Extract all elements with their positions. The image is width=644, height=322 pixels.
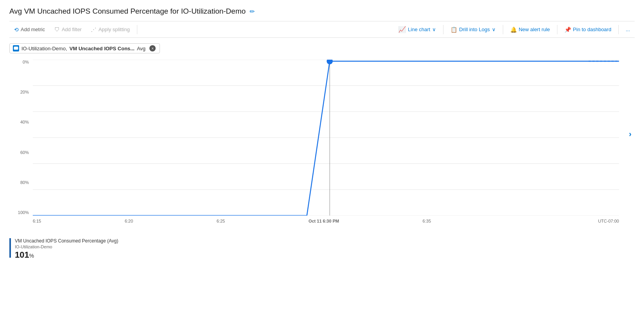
x-axis: 6:15 6:20 6:25 Oct 11 6:30 PM 6:35 UTC-0… <box>33 217 619 231</box>
new-alert-rule-label: New alert rule <box>519 27 550 32</box>
metric-pill: IO-Utilization-Demo, VM Uncached IOPS Co… <box>9 43 160 53</box>
apply-splitting-icon: ⋰ <box>91 27 96 33</box>
legend-color-bar <box>9 238 11 258</box>
chart-svg <box>33 60 619 216</box>
line-chart-button[interactable]: 📈 Line chart ∨ <box>394 24 441 35</box>
y-axis: 100% 80% 60% 40% 20% 0% <box>9 60 32 216</box>
x-label-625: 6:25 <box>216 219 225 223</box>
divider-1 <box>137 25 137 34</box>
chart-dot <box>326 60 333 64</box>
add-filter-icon: ⛉ <box>54 27 60 33</box>
add-metric-icon: ⟲ <box>14 27 19 33</box>
more-label: ... <box>626 27 630 32</box>
legend-value: 101% <box>15 250 118 260</box>
edit-icon[interactable]: ✏ <box>250 8 255 15</box>
drill-logs-chevron: ∨ <box>492 27 496 32</box>
y-label-80: 80% <box>9 180 32 185</box>
y-label-40: 40% <box>9 120 32 124</box>
x-labels: 6:15 6:20 6:25 Oct 11 6:30 PM 6:35 UTC-0… <box>33 219 619 223</box>
x-label-utc: UTC-07:00 <box>598 219 619 223</box>
metric-name: VM Uncached IOPS Cons... <box>69 46 135 51</box>
drill-into-logs-label: Drill into Logs <box>459 27 490 32</box>
legend: VM Uncached IOPS Consumed Percentage (Av… <box>9 235 635 263</box>
metric-close-button[interactable]: × <box>149 45 156 51</box>
drill-into-logs-button[interactable]: 📋 Drill into Logs ∨ <box>446 25 500 35</box>
add-filter-button[interactable]: ⛉ Add filter <box>50 25 86 35</box>
legend-title: VM Uncached IOPS Consumed Percentage (Av… <box>15 238 118 244</box>
legend-text: VM Uncached IOPS Consumed Percentage (Av… <box>15 238 118 260</box>
svg-rect-2 <box>14 47 18 49</box>
alert-icon: 🔔 <box>510 27 517 33</box>
line-chart-chevron: ∨ <box>432 27 436 32</box>
pin-to-dashboard-label: Pin to dashboard <box>573 27 611 32</box>
legend-number: 101 <box>15 250 29 260</box>
divider-2 <box>443 25 444 34</box>
y-label-100: 100% <box>9 210 32 215</box>
add-filter-label: Add filter <box>62 27 82 32</box>
y-label-0: 0% <box>9 60 32 64</box>
aggregation: Avg <box>137 46 145 51</box>
toolbar: ⟲ Add metric ⛉ Add filter ⋰ Apply splitt… <box>9 21 635 38</box>
chart-inner <box>33 60 619 216</box>
divider-4 <box>557 25 557 34</box>
pin-to-dashboard-button[interactable]: 📌 Pin to dashboard <box>560 25 616 35</box>
legend-subtitle: IO-Utilization-Demo <box>15 244 118 249</box>
vm-icon <box>13 45 19 51</box>
y-label-60: 60% <box>9 150 32 155</box>
page-title: Avg VM Uncached IOPS Consumed Percentage… <box>9 7 246 16</box>
pin-icon: 📌 <box>564 27 571 33</box>
line-chart-label: Line chart <box>408 27 430 32</box>
x-label-635: 6:35 <box>422 219 431 223</box>
add-metric-button[interactable]: ⟲ Add metric <box>9 25 50 35</box>
y-label-20: 20% <box>9 90 32 94</box>
apply-splitting-label: Apply splitting <box>98 27 130 32</box>
line-chart-icon: 📈 <box>398 26 406 33</box>
x-label-630: Oct 11 6:30 PM <box>309 219 339 223</box>
drill-logs-icon: 📋 <box>451 27 457 33</box>
chevron-right-button[interactable]: › <box>629 129 632 138</box>
chart-area: 100% 80% 60% 40% 20% 0% <box>9 60 635 231</box>
x-label-620: 6:20 <box>125 219 133 223</box>
divider-5 <box>618 25 619 34</box>
add-metric-label: Add metric <box>21 27 45 32</box>
new-alert-rule-button[interactable]: 🔔 New alert rule <box>506 25 555 35</box>
x-label-615: 6:15 <box>33 219 41 223</box>
vm-name: IO-Utilization-Demo, <box>21 46 67 51</box>
legend-unit: % <box>29 253 34 259</box>
apply-splitting-button[interactable]: ⋰ Apply splitting <box>86 25 134 35</box>
more-button[interactable]: ... <box>621 25 635 34</box>
divider-3 <box>503 25 503 34</box>
